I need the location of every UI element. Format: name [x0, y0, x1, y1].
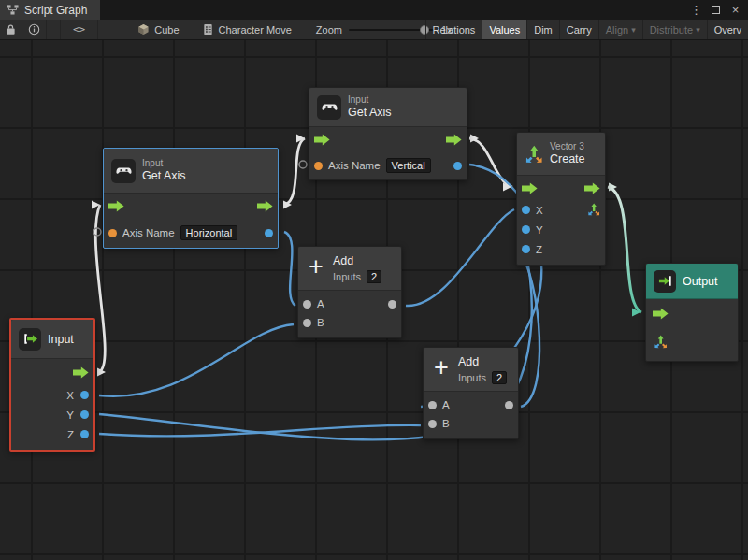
script-asset-icon: [202, 23, 214, 36]
input-b-port[interactable]: [303, 319, 311, 327]
carry-button[interactable]: Carry: [559, 20, 598, 39]
port-y-label: Y: [536, 224, 543, 236]
graph-toolbar: <> Cube Character Move Zoom 1x Relations…: [0, 20, 748, 40]
wire-add2-sum-to-vector3-z[interactable]: [518, 249, 539, 407]
input-b-port[interactable]: [428, 420, 437, 428]
code-view-button[interactable]: <>: [60, 20, 98, 39]
values-button[interactable]: Values: [482, 20, 526, 39]
port-row-x: X: [11, 385, 94, 405]
add-icon: +: [306, 252, 326, 283]
node-add-1[interactable]: + Add Inputs 2 A B: [297, 246, 402, 338]
unconnected-port-ring[interactable]: [94, 228, 101, 236]
node-header: Input Get Axis: [104, 149, 278, 194]
distribute-dropdown[interactable]: Distribute ▾: [642, 20, 707, 39]
sum-out-port[interactable]: [388, 300, 396, 309]
z-out-port[interactable]: [80, 430, 89, 438]
port-row-x: X: [517, 200, 605, 220]
gamepad-icon: [111, 159, 136, 183]
carry-label: Carry: [567, 24, 592, 36]
port-b-label: B: [442, 418, 450, 429]
inputs-label: Inputs: [458, 372, 486, 383]
node-header: Input: [11, 320, 94, 359]
graph-canvas[interactable]: Input Get Axis Axis Name Vertical Input …: [0, 40, 748, 560]
flow-arrowhead: [296, 135, 305, 143]
value-out-port[interactable]: [453, 162, 462, 170]
wire-input-x-to-add1-b[interactable]: [99, 324, 294, 396]
zoom-label: Zoom: [316, 24, 342, 36]
wire-vector3-to-output[interactable]: [608, 187, 641, 312]
inputs-count-field[interactable]: 2: [492, 371, 507, 384]
port-x-label: X: [66, 390, 74, 401]
flow-in-port[interactable]: [653, 308, 669, 320]
x-in-port[interactable]: [522, 206, 530, 214]
wire-input-z-to-add2-b[interactable]: [99, 425, 421, 436]
flow-arrowhead: [97, 368, 106, 377]
wire-getaxis-h-value-to-add1-a[interactable]: [284, 232, 295, 306]
port-row-z: Z: [517, 239, 605, 259]
flow-arrowhead: [503, 183, 511, 192]
distribute-label: Distribute: [650, 24, 693, 36]
flow-arrowhead: [609, 183, 617, 192]
node-add-2[interactable]: + Add Inputs 2 A B: [423, 347, 519, 439]
flow-out-port[interactable]: [584, 182, 600, 194]
align-dropdown[interactable]: Align ▾: [598, 20, 642, 39]
axis-name-row: Axis Name Horizontal: [104, 218, 278, 248]
vector-in-row: [646, 327, 738, 355]
axis-name-port[interactable]: [314, 162, 323, 170]
value-out-port[interactable]: [265, 229, 273, 237]
menu-icon[interactable]: ⋮: [688, 2, 704, 18]
node-vector3-create[interactable]: Vector 3 Create X Y Z: [516, 132, 606, 266]
vector3-result-port[interactable]: [587, 203, 600, 216]
wire-getaxis-h-to-getaxis-v[interactable]: [284, 138, 305, 205]
character-move-breadcrumb[interactable]: Character Move: [194, 20, 299, 39]
y-out-port[interactable]: [80, 410, 89, 419]
x-out-port[interactable]: [80, 391, 89, 399]
flow-in-port[interactable]: [314, 134, 330, 146]
flow-in-port[interactable]: [108, 200, 124, 212]
y-in-port[interactable]: [522, 225, 530, 234]
node-get-axis-horizontal[interactable]: Input Get Axis Axis Name Horizontal: [103, 148, 279, 249]
flow-out-port[interactable]: [257, 200, 273, 212]
flow-arrowhead: [92, 201, 100, 209]
align-label: Align: [606, 24, 628, 36]
node-category: Input: [348, 94, 392, 106]
zoom-slider[interactable]: [349, 29, 435, 31]
port-row-a: A: [298, 294, 401, 313]
flow-in-port[interactable]: [522, 182, 538, 194]
relations-button[interactable]: Relations: [425, 20, 482, 39]
maximize-icon[interactable]: [708, 2, 724, 18]
inputs-count-field[interactable]: 2: [367, 270, 381, 283]
wire-add1-sum-to-vector3-x[interactable]: [406, 209, 514, 306]
overview-button[interactable]: Overv: [707, 20, 748, 39]
close-icon[interactable]: ×: [727, 2, 743, 18]
flow-out-port[interactable]: [73, 366, 89, 379]
node-output[interactable]: Output: [645, 263, 739, 362]
overview-label: Overv: [714, 24, 741, 36]
sum-out-port[interactable]: [505, 401, 513, 409]
axis-name-field[interactable]: Horizontal: [180, 225, 238, 240]
flow-row: [517, 176, 605, 200]
input-a-port[interactable]: [428, 401, 437, 409]
unconnected-port-ring[interactable]: [299, 161, 307, 168]
cube-context-button[interactable]: Cube: [130, 20, 186, 39]
node-input[interactable]: Input X Y Z: [9, 318, 95, 452]
port-row-b: B: [424, 414, 518, 433]
tab-script-graph[interactable]: Script Graph: [0, 0, 100, 20]
node-title: Add: [333, 254, 381, 267]
axis-name-field[interactable]: Vertical: [386, 158, 431, 173]
port-row-a: A: [424, 395, 518, 414]
axis-name-port[interactable]: [108, 229, 117, 237]
node-title: Get Axis: [142, 169, 186, 183]
info-icon: [28, 23, 40, 36]
z-in-port[interactable]: [522, 245, 530, 253]
wire-getaxis-v-to-vector3[interactable]: [469, 138, 512, 187]
input-a-port[interactable]: [303, 300, 311, 309]
dim-button[interactable]: Dim: [526, 20, 559, 39]
relations-label: Relations: [433, 24, 476, 36]
vector3-in-port[interactable]: [654, 335, 668, 349]
info-button[interactable]: [22, 20, 47, 39]
node-get-axis-vertical[interactable]: Input Get Axis Axis Name Vertical: [309, 87, 468, 180]
lock-button[interactable]: [0, 20, 22, 39]
gamepad-icon: [317, 95, 341, 120]
flow-out-port[interactable]: [446, 134, 462, 146]
